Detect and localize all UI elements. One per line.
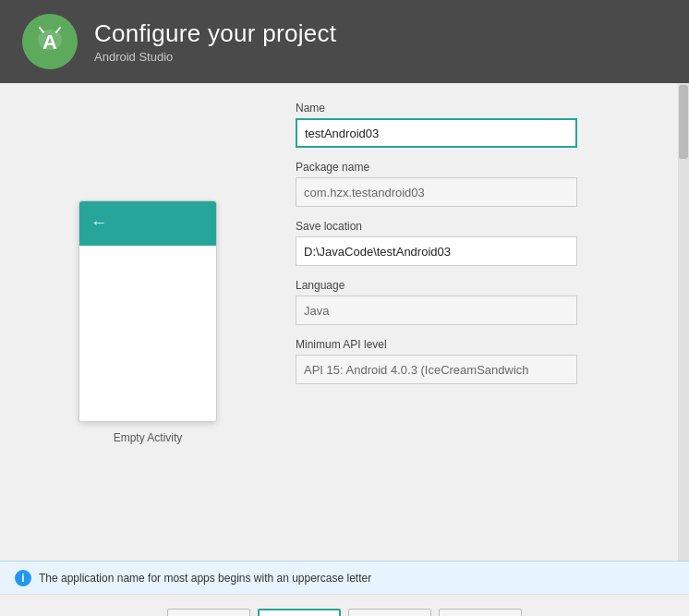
save-location-group: Save location bbox=[296, 220, 661, 266]
min-api-input[interactable] bbox=[296, 355, 577, 384]
language-input[interactable] bbox=[296, 296, 577, 325]
previous-button[interactable]: Previous bbox=[167, 609, 250, 617]
header: A Configure your project Android Studio bbox=[0, 0, 689, 83]
package-group: Package name bbox=[296, 161, 661, 207]
footer: Previous Finish Cancel Help bbox=[0, 594, 689, 616]
info-bar: i The application name for most apps beg… bbox=[0, 561, 689, 594]
name-group: Name bbox=[296, 102, 661, 148]
phone-preview-body bbox=[79, 246, 216, 422]
finish-button[interactable]: Finish bbox=[258, 609, 341, 617]
phone-preview: ← bbox=[79, 200, 217, 422]
save-location-input[interactable] bbox=[296, 236, 577, 266]
header-title: Configure your project bbox=[94, 19, 336, 48]
info-message: The application name for most apps begin… bbox=[39, 572, 371, 585]
min-api-group: Minimum API level bbox=[296, 338, 661, 384]
phone-preview-header: ← bbox=[79, 201, 216, 246]
info-icon: i bbox=[15, 570, 31, 586]
help-button[interactable]: Help bbox=[439, 609, 522, 617]
header-text: Configure your project Android Studio bbox=[94, 19, 336, 64]
cancel-button[interactable]: Cancel bbox=[348, 609, 431, 617]
name-label: Name bbox=[296, 102, 661, 115]
save-location-label: Save location bbox=[296, 220, 661, 233]
left-panel: ← Empty Activity bbox=[0, 83, 296, 561]
package-label: Package name bbox=[296, 161, 661, 174]
android-logo: A bbox=[22, 14, 78, 69]
min-api-label: Minimum API level bbox=[296, 338, 661, 351]
main-content: ← Empty Activity Name Package name Save … bbox=[0, 83, 689, 561]
scrollbar[interactable] bbox=[678, 83, 689, 561]
package-input[interactable] bbox=[296, 177, 577, 207]
language-label: Language bbox=[296, 279, 661, 292]
back-arrow-icon: ← bbox=[91, 213, 107, 233]
header-subtitle: Android Studio bbox=[94, 50, 336, 64]
right-panel: Name Package name Save location Language… bbox=[296, 83, 689, 561]
name-input[interactable] bbox=[296, 118, 577, 148]
language-group: Language bbox=[296, 279, 661, 325]
activity-label: Empty Activity bbox=[114, 431, 183, 444]
scrollbar-thumb[interactable] bbox=[679, 85, 688, 159]
svg-text:A: A bbox=[42, 30, 57, 54]
